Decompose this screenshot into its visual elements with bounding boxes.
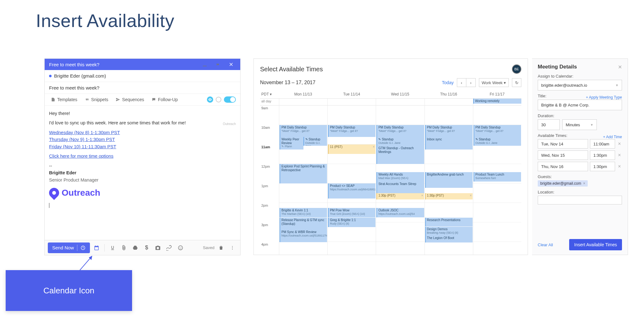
calendar-event[interactable]: PM Daily Standup"Meet" Fridge... get it? [328,125,375,137]
remove-guest-icon[interactable]: × [583,181,585,186]
tracking-toggle[interactable] [224,96,236,103]
day-column[interactable]: PM Daily Standup"Meet" Fridge... get it?… [279,106,327,255]
calendar-event[interactable]: Product Team LunchSomewhere fun! [474,172,521,182]
tab-snippets[interactable]: Snippets [81,94,112,105]
assign-select[interactable]: brigitte.eder@outreach.io▼ [538,80,622,90]
refresh-icon[interactable] [216,97,221,102]
subject-input[interactable]: Free to meet this week? [45,82,240,94]
dollar-icon[interactable]: $ [142,243,151,253]
view-select[interactable]: Work Week ▾ [479,78,509,87]
allday-cell[interactable] [376,99,424,106]
calendar-event[interactable]: Product <> SEAPhttps://outreach.zoom.us/… [328,183,375,199]
available-time-row: Wed, Nov 151:30pm× [538,150,622,160]
available-day-input[interactable]: Thu, Nov 16 [538,162,588,171]
clear-all-link[interactable]: Clear All [538,242,553,247]
insert-available-times-button[interactable]: Insert Available Times [569,239,622,250]
available-time-input[interactable]: 1:30pm [590,162,615,171]
calendar-event[interactable]: ✎ StandupOutside G.I. Jane [376,137,424,146]
available-time-input[interactable]: 11:00am [590,139,615,149]
slot-link-0[interactable]: Wednesday (Nov 8) 1-1:30pm PST [49,130,120,135]
day-head: Tue 11/14 [327,90,376,99]
expand-icon[interactable] [213,60,223,69]
slot-link-1[interactable]: Thursday (Nov 9) 1-1:30pm PST [49,137,115,142]
calendar-event[interactable]: Weekly All HandsMad Max (Zoom) (SEA) [376,172,424,182]
close-icon[interactable]: ✕ [618,64,622,70]
duration-value-input[interactable]: 30 [538,119,560,130]
link-icon[interactable] [164,243,174,253]
emoji-icon[interactable] [176,243,185,253]
calendar-event[interactable]: PM Daily Standup"Meet" Fridge... get it? [376,125,424,137]
allday-cell[interactable] [279,99,327,106]
calendar-event[interactable]: Release Planning & GTM sync (Standup) [280,218,327,230]
availability-slot[interactable]: 1:30p (PST)× [376,193,424,199]
allday-cell[interactable] [425,99,473,106]
calendar-event[interactable]: PM Daily Standup"Meet" Fridge... get it? [280,125,327,137]
calendar-event[interactable]: Inbox sync [425,137,473,150]
calendar-event[interactable]: Brigitte & Kevin 1:1The Martian (SEA) (1… [280,208,327,217]
prev-week-button[interactable]: ‹ [457,78,466,87]
allday-event[interactable]: Working remotely [473,99,521,104]
calendar-event[interactable]: Brigitte/Andrew grab lunch [425,172,473,188]
calendar-event[interactable]: PM Daily Standup"Meet" Fridge... get it? [425,125,473,137]
compose-body[interactable]: Hey there! I'd love to sync up this week… [45,106,240,215]
apply-meeting-type-link[interactable]: + Apply Meeting Type [586,95,622,100]
recipient-status-dot [49,75,52,77]
today-link[interactable]: Today [442,80,453,85]
availability-slot[interactable]: 1:30p (PST)× [425,193,473,199]
add-time-link[interactable]: + Add Time [603,135,622,139]
calendar-icon[interactable] [92,243,101,253]
calendar-event[interactable]: PM Sync & WBR Reviewhttps://outreach.zoo… [280,230,327,242]
availability-slot[interactable]: 11 (PST)× [328,144,375,154]
calendar-event[interactable]: Explorer Pod Sprint Planning & Retrospec… [280,164,327,183]
calendar-event[interactable]: GTM Standup - Outreach Meetings [376,146,424,164]
trash-icon[interactable] [216,243,226,253]
duration-unit-select[interactable]: Minutes▼ [562,119,597,130]
tab-sequences[interactable]: Sequences [112,94,148,105]
day-column[interactable]: PM Daily Standup"Meet" Fridge... get it?… [425,106,473,255]
underline-icon[interactable] [108,243,117,253]
compose-panel: Free to meet this week? Brigitte Eder (g… [44,58,241,255]
recipient-row[interactable]: Brigitte Eder (gmail.com) [45,70,240,82]
remove-time-icon[interactable]: × [617,152,622,158]
guest-chip[interactable]: brigitte.eder@gmail.com× [538,180,588,187]
calendar-event[interactable]: Greg & Brigitte 1:1Rudy (SEA) (8) [328,218,375,227]
available-day-input[interactable]: Tue, Nov 14 [538,139,588,149]
visibility-icon[interactable] [207,96,213,103]
slot-link-2[interactable]: Friday (Nov 10) 11-11:30am PST [49,144,116,149]
close-icon[interactable] [226,60,236,69]
calendar-event[interactable]: The Legion Of Boot [425,236,473,242]
available-time-input[interactable]: 1:30pm [590,150,615,160]
calendar-event[interactable]: Weekly Peer Review✎ Plann [280,137,303,150]
calendar-event[interactable]: ✎ StandupOutside G.I. Jane [303,137,327,146]
day-column[interactable]: PM Daily Standup"Meet" Fridge... get it?… [376,106,424,255]
drive-icon[interactable] [130,243,140,253]
calendar-event[interactable]: Outlook JSOChttps://outreach.zoom.us/j/5… [376,208,424,217]
attachment-icon[interactable] [119,243,129,253]
calendar-panel: Select Available Times BE November 13 – … [253,58,528,255]
calendar-event[interactable]: PM Pow WowTrue Grit (Zoom) (SEA) (10) [328,208,375,217]
minimize-icon[interactable] [200,60,209,69]
more-options-link[interactable]: Click here for more time options [49,154,114,159]
calendar-event[interactable]: Design DemosBreaking Away (SEA) (8) [425,227,473,236]
allday-cell[interactable]: Working remotely [473,99,521,106]
remove-time-icon[interactable]: × [617,164,622,169]
more-icon[interactable] [228,243,237,253]
location-input[interactable] [538,196,622,204]
day-column[interactable]: PM Daily Standup"Meet" Fridge... get it?… [327,106,376,255]
title-input[interactable]: Brigitte & B @ Acme Corp. [538,100,622,110]
refresh-button[interactable]: ↻ [512,78,521,87]
avatar[interactable]: BE [512,64,521,74]
tab-templates[interactable]: Templates [47,94,81,105]
remove-time-icon[interactable]: × [617,141,622,147]
calendar-event[interactable]: ✎ StandupOutside G.I. Jane [474,137,521,146]
svg-point-4 [181,247,182,248]
send-button[interactable]: Send Now [48,242,90,253]
available-day-input[interactable]: Wed, Nov 15 [538,150,588,160]
allday-cell[interactable] [327,99,376,106]
calendar-event[interactable]: PM Daily Standup"Meet" Fridge... get it? [474,125,521,137]
next-week-button[interactable]: › [466,78,476,87]
day-column[interactable]: PM Daily Standup"Meet" Fridge... get it?… [473,106,521,255]
calendar-event[interactable]: Research Presentations [425,218,473,226]
camera-icon[interactable] [153,243,163,253]
tab-followup[interactable]: Follow-Up [148,94,181,105]
